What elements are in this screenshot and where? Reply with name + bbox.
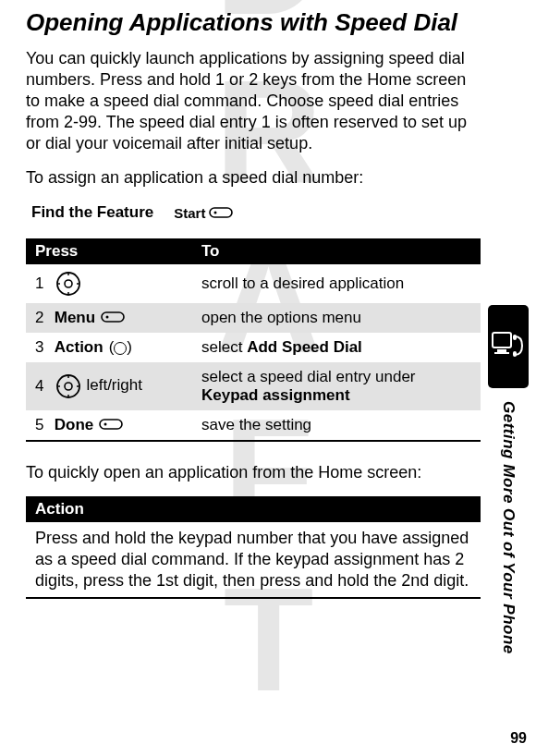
step-num: 1 [35,274,50,293]
find-feature-row: Find the Feature Start [31,203,481,222]
computer-phone-icon [488,305,529,388]
step-to-prefix: select a speed dial entry under [201,368,416,385]
svg-rect-3 [513,335,517,340]
left-right-text: left/right [86,377,141,395]
action-table: Action Press and hold the keypad number … [26,496,481,599]
nav-pad-icon [55,274,82,292]
svg-point-10 [67,292,69,294]
svg-point-16 [65,383,72,390]
svg-point-6 [214,211,217,213]
step-to: open the options menu [192,303,481,333]
step-num: 4 [35,377,50,396]
action-header: Action [26,496,481,522]
svg-point-22 [104,423,107,426]
round-button-icon [114,342,127,355]
softkey-icon [209,205,233,221]
svg-rect-5 [210,208,232,217]
step-to-bold: Keypad assignment [201,386,350,404]
done-label: Done [55,416,94,434]
svg-point-8 [65,280,72,287]
col-press: Press [26,238,192,264]
svg-point-11 [58,283,60,285]
start-softkey: Start [174,205,233,221]
menu-label: Menu [55,309,95,327]
svg-rect-4 [513,351,517,357]
steps-table: Press To 1 scroll to a desired applicati… [26,238,481,442]
svg-point-15 [57,375,79,397]
svg-point-9 [67,274,69,275]
col-to: To [192,238,481,264]
svg-point-20 [77,385,79,387]
svg-rect-13 [102,312,124,322]
step-to: select a speed dial entry under Keypad a… [192,362,481,410]
svg-point-12 [77,283,79,285]
step-num: 5 [35,416,50,434]
page-title: Opening Applications with Speed Dial [26,9,481,37]
step-to-prefix: select [201,338,247,356]
start-label: Start [174,205,205,221]
table-row: 1 scroll to a desired application [26,264,481,303]
table-row: 3 Action () select Add Speed Dial [26,333,481,362]
side-tab: Getting More Out of Your Phone [488,305,529,654]
nav-pad-icon [55,377,87,395]
svg-rect-0 [493,333,511,348]
svg-point-17 [67,376,69,378]
section-title-vertical: Getting More Out of Your Phone [499,401,518,654]
svg-point-18 [67,395,69,396]
step-to: select Add Speed Dial [192,333,481,362]
page-number: 99 [510,730,527,747]
step-to: save the setting [192,410,481,441]
action-label: Action [55,338,104,357]
svg-point-7 [57,273,79,295]
step-num: 2 [35,309,50,327]
svg-rect-2 [494,352,509,354]
svg-rect-1 [497,349,506,352]
assign-line: To assign an application a speed dial nu… [26,167,481,189]
find-feature-label: Find the Feature [31,203,153,222]
softkey-icon [99,416,123,434]
intro-text: You can quickly launch applications by a… [26,48,481,154]
table-row: 4 left/right select a speed dial entry u… [26,362,481,410]
open-line: To quickly open an application from the … [26,462,481,483]
step-to-bold: Add Speed Dial [247,338,362,356]
action-paren: () [109,338,132,357]
step-num: 3 [35,338,50,357]
action-text: Press and hold the keypad number that yo… [26,522,481,598]
table-row: 2 Menu open the options menu [26,303,481,333]
softkey-icon [101,309,125,327]
svg-rect-21 [100,420,122,429]
table-row: 5 Done save the setting [26,410,481,441]
step-to: scroll to a desired application [192,264,481,303]
svg-point-14 [106,316,109,319]
svg-point-19 [58,385,60,387]
